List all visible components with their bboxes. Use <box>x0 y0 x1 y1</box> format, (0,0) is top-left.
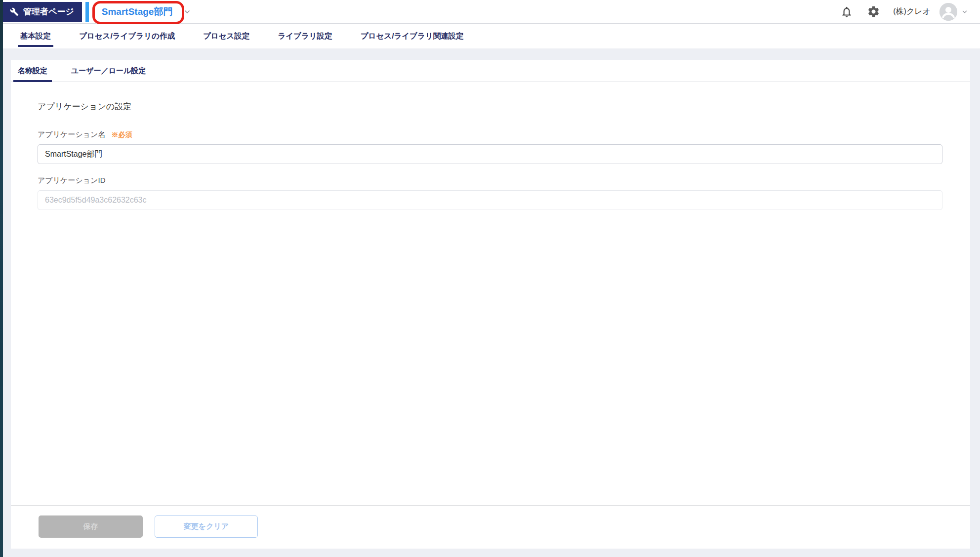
wrench-icon <box>10 7 19 16</box>
app-switcher-chevron-down-icon[interactable] <box>183 8 191 16</box>
header-right-controls: (株)クレオ <box>840 3 968 21</box>
subtab-name-settings[interactable]: 名称設定 <box>13 60 52 82</box>
admin-page-badge-label: 管理者ページ <box>23 6 74 17</box>
application-id-label-row: アプリケーションID <box>38 176 942 185</box>
tab-process-library-relation-settings[interactable]: プロセス/ライブラリ関連設定 <box>358 24 466 48</box>
avatar[interactable] <box>939 3 957 21</box>
form-content: アプリケーションの設定 アプリケーション名 ※必須 アプリケーションID <box>11 82 970 505</box>
settings-button[interactable] <box>867 5 880 18</box>
form-footer: 保存 変更をクリア <box>11 505 970 549</box>
company-name: (株)クレオ <box>893 6 931 17</box>
bell-icon <box>840 5 853 18</box>
gear-icon <box>867 5 880 18</box>
tab-process-settings[interactable]: プロセス設定 <box>201 24 252 48</box>
tab-process-library-create[interactable]: プロセス/ライブラリの作成 <box>77 24 177 48</box>
user-icon <box>939 3 957 21</box>
account-menu-chevron-down-icon[interactable] <box>961 8 968 15</box>
field-gap <box>38 164 942 176</box>
application-name-label-row: アプリケーション名 ※必須 <box>38 130 942 139</box>
notifications-button[interactable] <box>840 5 853 18</box>
required-badge: ※必須 <box>111 130 132 139</box>
tab-library-settings[interactable]: ライブラリ設定 <box>275 24 334 48</box>
accent-bar <box>85 2 89 22</box>
top-header: 管理者ページ SmartStage部門 (株)クレオ <box>3 0 980 24</box>
current-application-name: SmartStage部門 <box>102 5 173 18</box>
application-name-input[interactable] <box>38 144 942 164</box>
tab-basic-settings[interactable]: 基本設定 <box>18 24 53 48</box>
application-id-input <box>38 190 942 210</box>
save-button[interactable]: 保存 <box>39 515 143 538</box>
application-id-label: アプリケーションID <box>38 176 105 185</box>
application-name-label: アプリケーション名 <box>38 130 105 139</box>
sub-tabs: 名称設定 ユーザー／ロール設定 <box>11 60 970 82</box>
admin-page-badge[interactable]: 管理者ページ <box>3 2 82 22</box>
main-nav-tabs: 基本設定 プロセス/ライブラリの作成 プロセス設定 ライブラリ設定 プロセス/ラ… <box>3 24 980 48</box>
settings-card: 名称設定 ユーザー／ロール設定 アプリケーションの設定 アプリケーション名 ※必… <box>11 60 970 549</box>
application-switcher[interactable]: SmartStage部門 <box>99 0 176 24</box>
background-window-sliver <box>0 0 3 557</box>
section-title: アプリケーションの設定 <box>38 101 942 112</box>
subtab-user-role-settings[interactable]: ユーザー／ロール設定 <box>67 60 150 82</box>
clear-changes-button[interactable]: 変更をクリア <box>155 515 258 538</box>
